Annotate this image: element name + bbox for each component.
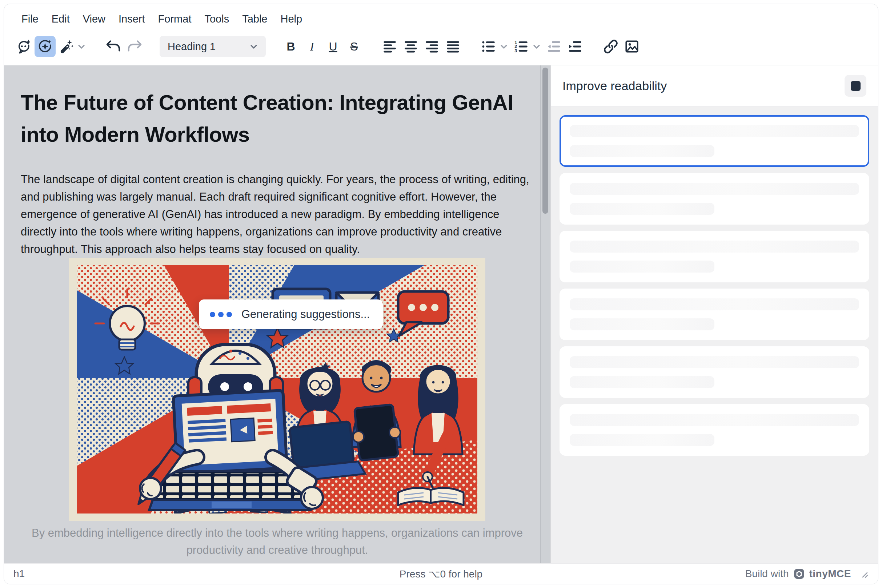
suggestion-list [551,106,878,465]
align-right-button[interactable] [421,36,442,57]
suggestion-card[interactable] [559,404,869,456]
generating-label: Generating suggestions... [241,308,370,321]
sidebar-title: Improve readability [562,79,667,93]
skeleton-bar [570,203,714,215]
branding-name[interactable]: tinyMCE [809,568,852,580]
undo-button[interactable] [103,36,124,57]
screen: FileEditViewInsertFormatToolsTableHelp [0,0,882,588]
undo-icon [105,38,122,55]
numbered-list-icon: 123 [513,38,530,55]
skeleton-bar [570,183,859,195]
suggestion-card[interactable] [559,173,869,225]
format-select[interactable]: Heading 1 [159,36,266,57]
stop-icon [851,81,861,91]
align-left-button[interactable] [379,36,400,57]
skeleton-bar [570,261,714,273]
editor-viewport: The Future of Content Creation: Integrat… [4,65,550,563]
align-center-icon [403,38,419,55]
document-image[interactable]: Generating suggestions... [69,258,485,521]
document-paragraph[interactable]: The landscape of digital content creatio… [21,171,534,258]
suggestion-card[interactable] [559,115,869,167]
link-icon [603,38,619,55]
tinymce-logo-icon [793,568,805,580]
image-icon [624,38,640,55]
format-select-value: Heading 1 [168,41,216,53]
ai-improve-button[interactable] [35,36,56,57]
link-button[interactable] [600,36,621,57]
image-caption[interactable]: By embedding intelligence directly into … [21,524,534,559]
bullet-list-icon [480,38,497,55]
chevron-down-icon [248,41,259,52]
align-right-icon [424,38,440,55]
bold-icon: B [287,40,295,53]
bullet-list-button[interactable] [478,36,499,57]
outdent-button[interactable] [544,36,565,57]
italic-button[interactable]: I [301,36,323,57]
menu-file[interactable]: File [15,10,45,28]
menu-format[interactable]: Format [152,10,198,28]
sidebar-header: Improve readability [551,65,878,106]
skeleton-bar [570,434,714,446]
ai-shortcuts-button[interactable] [56,36,77,57]
ai-sidebar: Improve readability [550,65,878,563]
insert-image-button[interactable] [621,36,642,57]
align-justify-icon [445,38,461,55]
skeleton-bar [570,241,859,253]
magic-wand-icon [58,38,75,55]
tinymce-editor-window: FileEditViewInsertFormatToolsTableHelp [4,4,878,584]
skeleton-bar [570,318,714,330]
skeleton-bar [570,356,859,368]
ai-sparkle-circle-icon [37,38,53,55]
status-bar: h1 Press ⌥0 for help Build with tinyMCE [4,563,878,584]
chevron-down-icon[interactable] [498,40,510,53]
resize-grip[interactable] [859,569,868,579]
strikethrough-button[interactable]: S [344,36,365,57]
menu-help[interactable]: Help [274,10,309,28]
scrollbar-thumb[interactable] [542,68,548,214]
suggestion-card[interactable] [559,288,869,340]
skeleton-bar [570,145,714,157]
menu-bar: FileEditViewInsertFormatToolsTableHelp [4,4,878,28]
skeleton-bar [570,125,859,137]
stop-generation-button[interactable] [844,75,866,97]
bold-button[interactable]: B [280,36,301,57]
underline-button[interactable]: U [323,36,344,57]
menu-view[interactable]: View [77,10,112,28]
editor-scrollbar[interactable] [540,65,550,563]
numbered-list-button[interactable]: 123 [511,36,532,57]
editor-canvas[interactable]: The Future of Content Creation: Integrat… [4,65,550,559]
svg-text:3: 3 [514,48,517,53]
menu-tools[interactable]: Tools [198,10,236,28]
redo-icon [126,38,143,55]
document-heading[interactable]: The Future of Content Creation: Integrat… [21,87,534,150]
suggestion-card[interactable] [559,346,869,398]
skeleton-bar [570,414,859,426]
menu-insert[interactable]: Insert [112,10,152,28]
indent-icon [567,38,583,55]
chevron-down-icon[interactable] [75,40,88,53]
branding-prefix: Build with [745,568,789,580]
element-path[interactable]: h1 [14,568,25,580]
toolbar: Heading 1 B I U S [4,28,878,65]
loading-dots-icon [210,312,232,317]
align-left-icon [382,38,398,55]
align-center-button[interactable] [400,36,421,57]
ai-assistant-button[interactable] [14,36,35,57]
menu-table[interactable]: Table [236,10,274,28]
skeleton-bar [570,376,714,388]
skeleton-bar [570,298,859,310]
align-justify-button[interactable] [442,36,464,57]
outdent-icon [546,38,562,55]
strikethrough-icon: S [350,40,358,53]
italic-icon: I [310,40,314,53]
ai-chat-sparkle-icon [16,38,32,55]
suggestion-card[interactable] [559,231,869,282]
genai-illustration [69,258,485,521]
menu-edit[interactable]: Edit [45,10,77,28]
chevron-down-icon[interactable] [530,40,543,53]
main-area: The Future of Content Creation: Integrat… [4,65,878,563]
indent-button[interactable] [565,36,586,57]
underline-icon: U [329,40,337,53]
redo-button[interactable] [124,36,145,57]
generating-suggestions-toast: Generating suggestions... [199,300,383,329]
